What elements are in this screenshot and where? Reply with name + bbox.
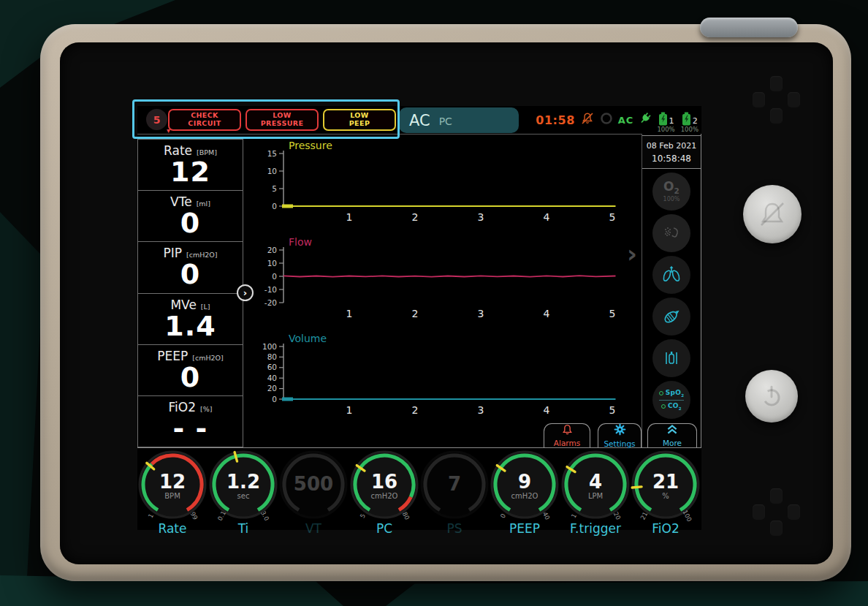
nebulizer-icon[interactable] — [652, 214, 690, 252]
o2-percent: 100% — [663, 196, 680, 202]
standby-indicator-icon — [600, 112, 613, 128]
power-hard-icon — [755, 380, 788, 412]
x-tick-label: 3 — [478, 404, 484, 416]
x-tick-label: 2 — [412, 404, 419, 416]
active-alarms: CHECKCIRCUITLOWPRESSURELOWPEEP — [168, 109, 396, 131]
knob-pc[interactable]: 16cmH2O580PC — [349, 448, 419, 536]
lungs-icon[interactable] — [652, 256, 690, 294]
gas-sensors-icon[interactable]: SpO2 CO2 — [652, 381, 690, 419]
alarm-button-low-pressure[interactable]: LOWPRESSURE — [245, 109, 319, 131]
y-tick-label: 60 — [267, 363, 277, 371]
alarm-silence-hard-button[interactable] — [743, 185, 802, 243]
next-waveforms-button[interactable]: › — [623, 239, 642, 268]
ac-power-label: AC — [618, 115, 634, 126]
y-tick-label: 5 — [272, 184, 277, 193]
chart-title: Flow — [289, 236, 312, 248]
plug-icon — [639, 112, 652, 128]
knob-unit: % — [662, 492, 669, 500]
knob-unit: sec — [237, 492, 250, 500]
monitored-vte: VTe [ml] 0 — [137, 190, 243, 242]
alarm-button-label: PRESSURE — [261, 120, 304, 128]
alarm-button-low-peep[interactable]: LOWPEEP — [323, 109, 396, 131]
setting-knobs-row: 12BPM199Rate1.2sec0.13.0Ti500VT16cmH2O58… — [137, 448, 701, 530]
param-value: 0 — [180, 363, 200, 393]
sidebar-functions: O2 100% SpO2 CO2 — [642, 173, 701, 419]
knob-label: PEEP — [509, 521, 540, 536]
monitored-mve: MVe [L] 1.4 — [137, 293, 243, 345]
vent-holes-top — [753, 76, 799, 123]
alarm-count-badge[interactable]: 5 ▾ — [146, 109, 167, 130]
battery-number: 2 — [693, 116, 698, 126]
knob-rate[interactable]: 12BPM199Rate — [137, 448, 208, 536]
knob-value: 4 — [589, 471, 602, 493]
batteries: 1 100% 2 100% — [657, 107, 698, 133]
knob-unit: LPM — [588, 492, 603, 500]
x-tick-label: 5 — [609, 404, 616, 416]
x-tick-label: 5 — [609, 211, 616, 223]
knob-vt[interactable]: 500VT — [278, 448, 349, 536]
mode-indicator[interactable]: AC PC — [399, 107, 519, 133]
y-tick-label: 20 — [267, 246, 277, 254]
knob-min: 1 — [570, 512, 578, 519]
monitored-rate: Rate [BPM] 12 — [137, 139, 243, 191]
volume-chart: Volume10080604020012345 — [243, 332, 642, 428]
alarm-button-check-circuit[interactable]: CHECKCIRCUIT — [168, 109, 241, 131]
knob-label: Ti — [238, 521, 249, 536]
battery-percent: 100% — [657, 126, 674, 133]
monitored-values-panel: Rate [BPM] 12 VTe [ml] 0 PIP [cmH2O] 0 M… — [137, 139, 243, 447]
tab-label: Alarms — [554, 439, 580, 447]
knob-max: 100 — [681, 509, 693, 521]
background-shape — [386, 581, 868, 606]
knob-ti[interactable]: 1.2sec0.13.0Ti — [208, 448, 278, 536]
chevrons-up-icon — [665, 424, 679, 438]
top-status-bar: 5 ▾ CHECKCIRCUITLOWPRESSURELOWPEEP AC PC… — [137, 106, 701, 134]
battery-icon — [682, 112, 691, 126]
pressure-chart: Pressure15105012345 — [243, 139, 642, 235]
tab-settings[interactable]: Settings — [598, 423, 642, 447]
bell-muted-hard-icon — [755, 197, 789, 231]
y-tick-label: 0 — [272, 395, 277, 404]
tab-alarms[interactable]: Alarms — [544, 423, 590, 447]
x-tick-label: 1 — [346, 308, 353, 319]
date-label: 08 Feb 2021 — [647, 141, 696, 151]
y-tick-label: -10 — [264, 285, 277, 294]
y-tick-label: 40 — [267, 374, 277, 382]
chart-title: Volume — [289, 333, 327, 344]
knob-peep[interactable]: 9cmH2O040PEEP — [490, 448, 560, 536]
knob-value: 16 — [371, 471, 397, 493]
knob-unit: BPM — [164, 492, 180, 500]
bell-icon — [561, 424, 574, 438]
param-name: PIP — [163, 246, 182, 260]
spo2-row: SpO2 — [659, 389, 685, 398]
cylinder-icon[interactable] — [652, 339, 690, 377]
alarm-count-value: 5 — [153, 114, 161, 126]
expand-params-button[interactable]: › — [237, 284, 254, 301]
knob-ps[interactable]: 7PS — [419, 448, 490, 536]
x-tick-label: 4 — [544, 308, 550, 319]
knob-label: F.trigger — [570, 521, 621, 536]
param-unit: [L] — [201, 303, 210, 311]
param-value: - - — [173, 414, 208, 444]
x-tick-label: 3 — [478, 308, 484, 319]
battery-percent: 100% — [681, 126, 698, 133]
knob-value: 21 — [652, 471, 679, 493]
y-tick-label: 10 — [267, 259, 277, 268]
tab-more[interactable]: More — [647, 423, 697, 447]
knob-label: FiO2 — [652, 521, 679, 536]
param-value: 1.4 — [164, 312, 216, 341]
knob-label: Rate — [159, 521, 187, 536]
divider — [137, 134, 642, 135]
datetime-display: 08 Feb 2021 10:58:48 — [642, 135, 701, 169]
param-value: 0 — [180, 260, 200, 289]
bell-muted-icon[interactable] — [580, 111, 595, 129]
manual-breath-icon[interactable] — [652, 298, 690, 336]
knob-value: 9 — [518, 471, 531, 493]
x-tick-label: 1 — [346, 404, 353, 416]
ventilator-device: 5 ▾ CHECKCIRCUITLOWPRESSURELOWPEEP AC PC… — [0, 0, 868, 606]
knob-f-trigger[interactable]: 4LPM120F.trigger — [560, 448, 631, 536]
o2-flush-icon[interactable]: O2 100% — [652, 173, 690, 211]
knob-fio2[interactable]: 21%21100FiO2 — [631, 448, 701, 536]
x-tick-label: 1 — [346, 211, 353, 223]
x-tick-label: 5 — [609, 308, 616, 319]
power-hard-button[interactable] — [745, 370, 798, 423]
